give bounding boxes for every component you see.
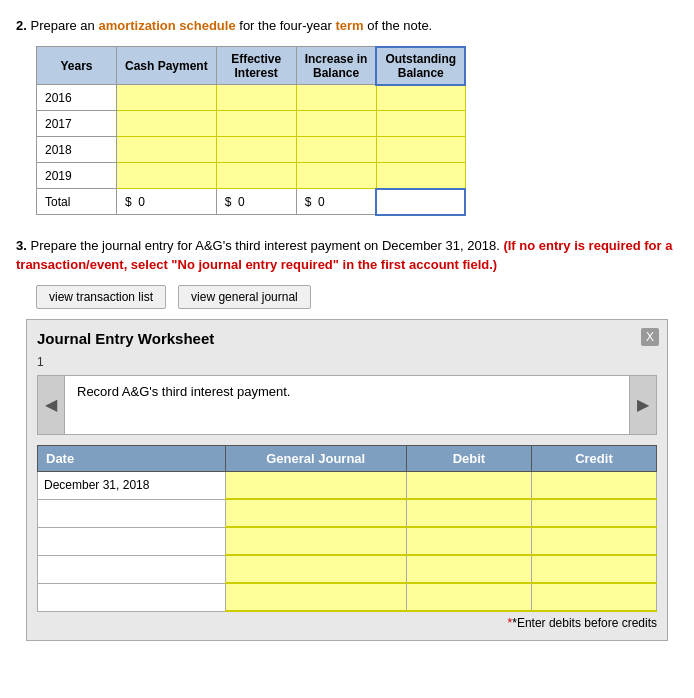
- date-cell-1: December 31, 2018: [38, 471, 226, 499]
- journal-col-general: General Journal: [225, 445, 406, 471]
- view-transaction-list-button[interactable]: view transaction list: [36, 285, 166, 309]
- table-row: 2018: [37, 137, 466, 163]
- cash-2017[interactable]: [117, 111, 217, 137]
- journal-row-4: [38, 555, 657, 583]
- journal-row-1: December 31, 2018: [38, 471, 657, 499]
- button-row: view transaction list view general journ…: [36, 285, 658, 309]
- debit-cell-3[interactable]: [406, 527, 531, 555]
- col-header-outstanding: OutstandingBalance: [376, 47, 465, 85]
- table-row: 2017: [37, 111, 466, 137]
- effective-2016[interactable]: [216, 85, 296, 111]
- view-general-journal-button[interactable]: view general journal: [178, 285, 311, 309]
- journal-col-date: Date: [38, 445, 226, 471]
- term-link[interactable]: term: [335, 18, 363, 33]
- general-journal-cell-2[interactable]: [225, 499, 406, 527]
- journal-entry-worksheet: X Journal Entry Worksheet 1 ◀ Record A&G…: [26, 319, 668, 642]
- cash-2019[interactable]: [117, 163, 217, 189]
- footer-text: *Enter debits before credits: [512, 616, 657, 630]
- journal-row-3: [38, 527, 657, 555]
- year-2019: 2019: [37, 163, 117, 189]
- cash-dollar-sign: $: [125, 195, 132, 209]
- close-button[interactable]: X: [641, 328, 659, 346]
- col-header-increase: Increase inBalance: [296, 47, 376, 85]
- section-2: 2. Prepare an amortization schedule for …: [16, 16, 678, 216]
- total-row: Total $ 0 $ 0 $ 0: [37, 189, 466, 215]
- increase-2019[interactable]: [296, 163, 376, 189]
- total-outstanding: [376, 189, 465, 215]
- credit-cell-4[interactable]: [531, 555, 656, 583]
- next-arrow[interactable]: ▶: [629, 375, 657, 435]
- total-effective: $ 0: [216, 189, 296, 215]
- cash-2016[interactable]: [117, 85, 217, 111]
- cash-total-value: 0: [138, 195, 145, 209]
- cash-2018[interactable]: [117, 137, 217, 163]
- col-header-years: Years: [37, 47, 117, 85]
- page-indicator: 1: [37, 355, 657, 369]
- total-label: Total: [37, 189, 117, 215]
- credit-cell-3[interactable]: [531, 527, 656, 555]
- credit-cell-2[interactable]: [531, 499, 656, 527]
- instruction-3-text: Prepare the journal entry for A&G's thir…: [30, 238, 503, 253]
- year-2016: 2016: [37, 85, 117, 111]
- increase-2018[interactable]: [296, 137, 376, 163]
- date-cell-4: [38, 555, 226, 583]
- journal-col-debit: Debit: [406, 445, 531, 471]
- total-cash: $ 0: [117, 189, 217, 215]
- instruction-text-after: of the note.: [364, 18, 433, 33]
- effective-dollar-sign: $: [225, 195, 232, 209]
- year-2018: 2018: [37, 137, 117, 163]
- footer-note: **Enter debits before credits: [37, 616, 657, 630]
- instruction-3: 3. Prepare the journal entry for A&G's t…: [16, 236, 678, 275]
- section-3: 3. Prepare the journal entry for A&G's t…: [16, 236, 678, 642]
- outstanding-2019[interactable]: [376, 163, 465, 189]
- debit-cell-4[interactable]: [406, 555, 531, 583]
- nav-description: Record A&G's third interest payment.: [65, 375, 629, 435]
- general-journal-cell-1[interactable]: [225, 471, 406, 499]
- year-2017: 2017: [37, 111, 117, 137]
- amortization-link[interactable]: amortization schedule: [98, 18, 235, 33]
- navigator: ◀ Record A&G's third interest payment. ▶: [37, 375, 657, 435]
- journal-col-credit: Credit: [531, 445, 656, 471]
- outstanding-2016[interactable]: [376, 85, 465, 111]
- increase-dollar-sign: $: [305, 195, 312, 209]
- increase-2017[interactable]: [296, 111, 376, 137]
- debit-cell-1[interactable]: [406, 471, 531, 499]
- section-number-3: 3.: [16, 238, 27, 253]
- worksheet-title: Journal Entry Worksheet: [37, 330, 657, 347]
- effective-2019[interactable]: [216, 163, 296, 189]
- general-journal-cell-4[interactable]: [225, 555, 406, 583]
- effective-2018[interactable]: [216, 137, 296, 163]
- date-cell-2: [38, 499, 226, 527]
- instruction-text-middle: for the four-year: [236, 18, 336, 33]
- increase-total-value: 0: [318, 195, 325, 209]
- outstanding-2017[interactable]: [376, 111, 465, 137]
- date-cell-3: [38, 527, 226, 555]
- amortization-table: Years Cash Payment EffectiveInterest Inc…: [36, 46, 466, 216]
- general-journal-cell-5[interactable]: [225, 583, 406, 611]
- table-row: 2016: [37, 85, 466, 111]
- prev-arrow[interactable]: ◀: [37, 375, 65, 435]
- table-row: 2019: [37, 163, 466, 189]
- instruction-2: 2. Prepare an amortization schedule for …: [16, 16, 678, 36]
- credit-cell-5[interactable]: [531, 583, 656, 611]
- debit-cell-5[interactable]: [406, 583, 531, 611]
- total-increase: $ 0: [296, 189, 376, 215]
- date-cell-5: [38, 583, 226, 611]
- effective-2017[interactable]: [216, 111, 296, 137]
- section-number-2: 2.: [16, 18, 27, 33]
- journal-row-5: [38, 583, 657, 611]
- outstanding-2018[interactable]: [376, 137, 465, 163]
- col-header-cash: Cash Payment: [117, 47, 217, 85]
- credit-cell-1[interactable]: [531, 471, 656, 499]
- increase-2016[interactable]: [296, 85, 376, 111]
- debit-cell-2[interactable]: [406, 499, 531, 527]
- instruction-text-before: Prepare an: [30, 18, 98, 33]
- col-header-effective: EffectiveInterest: [216, 47, 296, 85]
- effective-total-value: 0: [238, 195, 245, 209]
- general-journal-cell-3[interactable]: [225, 527, 406, 555]
- journal-table: Date General Journal Debit Credit Decemb…: [37, 445, 657, 613]
- journal-row-2: [38, 499, 657, 527]
